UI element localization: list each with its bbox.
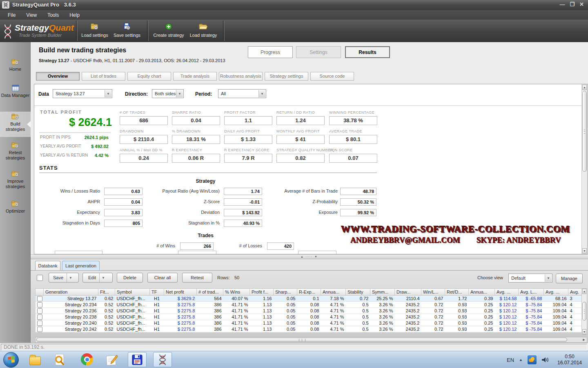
strategyquant-app-button[interactable]	[153, 352, 172, 367]
edit-button[interactable]: Edit▼	[82, 273, 113, 283]
scroll-up-icon[interactable]: ▲	[582, 85, 587, 90]
load-settings-button[interactable]: Load settings	[77, 22, 112, 40]
tray-expand-icon[interactable]: ▲	[519, 358, 523, 362]
table-row[interactable]: Strategy 20.2340.52USDCHF_fh...H1$ 2275.…	[36, 302, 582, 308]
panel-scrollbar[interactable]: ▲ ▼	[581, 84, 587, 254]
table-row[interactable]: Strategy 13.270.62USDCHF_fh...H1$ 3629.2…	[36, 296, 582, 302]
chevron-down-icon[interactable]: ▼	[99, 273, 107, 282]
table-row[interactable]: Strategy 20.2420.52USDCHF_fh...H1$ 2275.…	[36, 326, 582, 332]
column-header[interactable]: # of trad...	[197, 289, 223, 296]
search-icon[interactable]	[53, 353, 66, 366]
column-header[interactable]: Sharp...	[274, 289, 297, 296]
sidebar-item-build-strategies[interactable]: Build strategies	[0, 112, 31, 137]
column-header[interactable]: Stability	[346, 289, 370, 296]
data-select[interactable]: Strategy 13.27▼	[53, 89, 112, 98]
weather-tray-icon[interactable]	[528, 355, 537, 364]
scroll-right-icon[interactable]: ▶	[581, 337, 587, 342]
scroll-down-icon[interactable]: ▼	[582, 248, 587, 254]
create-strategy-button[interactable]: Create strategy	[151, 22, 186, 40]
column-header[interactable]: Symm...	[370, 289, 395, 296]
column-header[interactable]: % Wins	[223, 289, 250, 296]
table-cell: 0.5	[346, 320, 370, 326]
sidebar-item-home[interactable]: Home	[0, 57, 31, 78]
tab-trade-analysis[interactable]: Trade analysis	[173, 72, 217, 81]
sidebar-item-retest-strategies[interactable]: Retest strategies	[0, 140, 31, 166]
table-cell: 4	[568, 320, 582, 326]
scroll-down-icon[interactable]: ▼	[582, 329, 586, 334]
scroll-up-icon[interactable]: ▲	[582, 289, 586, 294]
scrollbar-thumb[interactable]	[36, 338, 567, 342]
load-strategy-button[interactable]: Load strategy	[186, 22, 221, 40]
column-header[interactable]: Annua...	[321, 289, 346, 296]
row-checkbox[interactable]	[37, 314, 42, 320]
table-row[interactable]: Strategy 20.2400.52USDCHF_fh...H1$ 2275.…	[36, 320, 582, 326]
menu-file[interactable]: File	[2, 11, 21, 19]
save-settings-button[interactable]: Save settings	[109, 22, 145, 40]
column-header[interactable]: Symbol	[115, 289, 150, 296]
column-header[interactable]: Net profit	[164, 289, 197, 296]
table-horizontal-scrollbar[interactable]: ▶	[35, 337, 587, 343]
row-checkbox[interactable]	[37, 327, 42, 332]
direction-select[interactable]: Both sides▼	[152, 89, 184, 98]
sidebar-item-optimizer[interactable]: Optimizer	[0, 199, 31, 220]
text-editor-icon[interactable]	[105, 353, 118, 366]
column-header[interactable]: R-Exp...	[297, 289, 321, 296]
column-header[interactable]: Avg.	[568, 289, 582, 296]
delete-button[interactable]: Delete	[117, 273, 143, 283]
table-vertical-scrollbar[interactable]: ▲ ▼	[581, 288, 587, 335]
column-header[interactable]: Profit f...	[250, 289, 274, 296]
tab-list-of-trades[interactable]: List of trades	[82, 72, 125, 81]
column-header[interactable]: Avg. ...	[495, 289, 519, 296]
tab-source-code[interactable]: Source code	[310, 72, 354, 81]
restore-button[interactable]: ❐	[570, 1, 575, 7]
chrome-icon[interactable]	[81, 353, 94, 366]
tab-last-generation[interactable]: Last generation	[62, 261, 100, 270]
tab-overview[interactable]: Overview	[36, 72, 80, 81]
clock[interactable]: 0:50 16.07.2014	[554, 354, 586, 366]
column-header[interactable]: Avg. L...	[519, 289, 544, 296]
column-header[interactable]: Fit...	[98, 289, 115, 296]
minimize-button[interactable]: —	[559, 1, 565, 7]
start-button[interactable]	[3, 352, 19, 368]
manage-button[interactable]: Manage	[556, 274, 583, 283]
column-header[interactable]: Annua...	[469, 289, 495, 296]
row-checkbox[interactable]	[37, 296, 42, 301]
column-header[interactable]: Win/L...	[421, 289, 445, 296]
sidebar-item-improve-strategies[interactable]: Improve strategies	[0, 169, 31, 194]
tab-robustness-analysis[interactable]: Robustness analysis	[219, 72, 263, 81]
tab-strategy-settings[interactable]: Strategy settings	[265, 72, 308, 81]
panel-splitter[interactable]: ▲ ···· ▼	[31, 254, 588, 259]
row-checkbox[interactable]	[37, 302, 42, 307]
save-button[interactable]: Save▼	[49, 273, 79, 283]
results-button[interactable]: Results	[345, 46, 390, 58]
close-button[interactable]: ✕	[579, 1, 584, 7]
floppy-app-button[interactable]	[128, 352, 147, 367]
select-all-checkbox[interactable]	[37, 275, 43, 281]
scrollbar-thumb[interactable]	[582, 91, 587, 172]
column-header[interactable]: Generation	[44, 289, 98, 296]
tab-databank[interactable]: Databank	[35, 261, 60, 270]
column-header[interactable]: TF	[150, 289, 164, 296]
table-row[interactable]: Strategy 20.2380.52USDCHF_fh...H1$ 2275.…	[36, 314, 582, 320]
speaker-icon[interactable]	[541, 357, 549, 363]
table-row[interactable]: Strategy 20.2360.52USDCHF_fh...H1$ 2275.…	[36, 308, 582, 314]
column-header[interactable]: Ret/D...	[445, 289, 469, 296]
language-indicator[interactable]: EN	[507, 357, 514, 363]
scrollbar-thumb[interactable]	[582, 302, 586, 321]
menu-help[interactable]: Help	[64, 11, 85, 19]
column-header[interactable]: Avg. ...	[544, 289, 568, 296]
progress-button[interactable]: Progress	[248, 46, 293, 58]
tab-equity-chart[interactable]: Equity chart	[127, 72, 171, 81]
chevron-down-icon[interactable]: ▼	[67, 273, 74, 282]
clear-all-button[interactable]: Clear all	[147, 273, 178, 283]
view-select[interactable]: Default▼	[508, 274, 552, 283]
retest-button[interactable]: Retest	[182, 273, 212, 283]
period-select[interactable]: All▼	[218, 89, 266, 98]
column-header[interactable]: Draw...	[395, 289, 421, 296]
row-checkbox[interactable]	[37, 308, 42, 314]
menu-view[interactable]: View	[21, 11, 42, 19]
sidebar-item-data-manager[interactable]: Data Manager	[0, 83, 31, 108]
file-explorer-icon[interactable]	[29, 353, 42, 366]
menu-tools[interactable]: Tools	[42, 11, 64, 19]
row-checkbox[interactable]	[37, 321, 42, 326]
